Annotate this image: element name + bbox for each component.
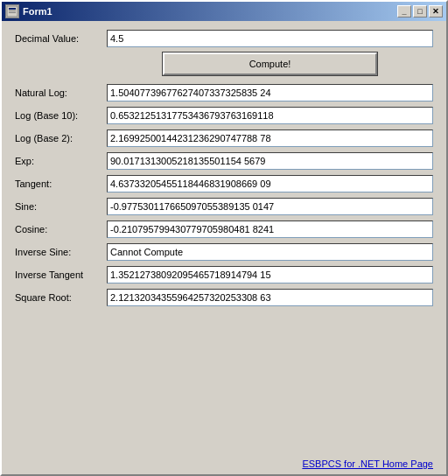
decimal-label: Decimal Value: (15, 33, 107, 44)
window-title: Form1 (23, 6, 52, 17)
svg-rect-1 (9, 8, 16, 10)
natural-log-label: Natural Log: (15, 88, 107, 98)
field-row-8: Inverse Tangent (15, 266, 433, 284)
field-row-2: Log (Base 2): (15, 130, 433, 147)
minimize-button[interactable]: _ (397, 5, 411, 18)
tangent-label: Tangent: (15, 178, 107, 189)
main-window: Form1 _ □ ✕ Decimal Value: Compute! Natu… (0, 0, 448, 476)
exp-label: Exp: (15, 156, 107, 166)
natural-log-input[interactable] (107, 84, 433, 102)
log2-label: Log (Base 2): (15, 133, 107, 144)
decimal-input[interactable] (107, 30, 433, 47)
field-row-9: Square Root: (15, 289, 433, 306)
maximize-button[interactable]: □ (413, 5, 427, 18)
log10-input[interactable] (107, 107, 433, 124)
svg-rect-2 (9, 10, 16, 11)
exp-input[interactable] (107, 152, 433, 170)
title-bar: Form1 _ □ ✕ (2, 2, 446, 21)
inverse-tangent-input[interactable] (107, 266, 433, 284)
inverse-sine-input[interactable] (107, 243, 433, 261)
compute-button[interactable]: Compute! (163, 52, 377, 75)
cosine-label: Cosine: (15, 224, 107, 234)
compute-row: Compute! (107, 52, 433, 75)
field-row-6: Cosine: (15, 220, 433, 238)
field-row-3: Exp: (15, 152, 433, 170)
form-content: Decimal Value: Compute! Natural Log: Log… (2, 21, 446, 455)
square-root-label: Square Root: (15, 292, 107, 303)
cosine-input[interactable] (107, 220, 433, 238)
inverse-tangent-label: Inverse Tangent (15, 270, 107, 280)
square-root-input[interactable] (107, 289, 433, 306)
title-buttons: _ □ ✕ (397, 5, 443, 18)
sine-input[interactable] (107, 198, 433, 215)
esbpcs-link[interactable]: ESBPCS for .NET Home Page (302, 458, 433, 469)
sine-label: Sine: (15, 201, 107, 212)
svg-rect-3 (9, 12, 16, 13)
tangent-input[interactable] (107, 175, 433, 192)
footer: ESBPCS for .NET Home Page (2, 455, 446, 474)
log10-label: Log (Base 10): (15, 110, 107, 121)
decimal-row: Decimal Value: (15, 30, 433, 47)
app-icon (5, 4, 19, 18)
field-row-5: Sine: (15, 198, 433, 215)
close-button[interactable]: ✕ (429, 5, 443, 18)
title-bar-left: Form1 (5, 4, 52, 18)
field-row-4: Tangent: (15, 175, 433, 192)
log2-input[interactable] (107, 130, 433, 147)
field-row-0: Natural Log: (15, 84, 433, 102)
field-row-7: Inverse Sine: (15, 243, 433, 261)
field-row-1: Log (Base 10): (15, 107, 433, 124)
inverse-sine-label: Inverse Sine: (15, 247, 107, 257)
